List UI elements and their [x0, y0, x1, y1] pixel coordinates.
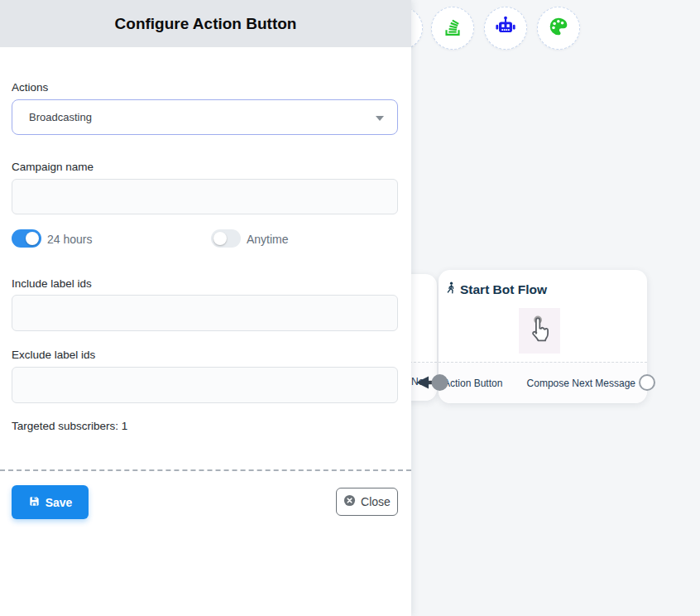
exclude-label-ids-label: Exclude label ids — [12, 349, 95, 361]
panel-header: Configure Action Button — [0, 0, 411, 47]
node-title: Start Bot Flow — [444, 281, 547, 299]
compose-next-message-label[interactable]: Compose Next Message — [527, 378, 635, 389]
floppy-icon — [28, 495, 41, 510]
palette-icon — [546, 14, 571, 42]
walking-person-icon — [444, 281, 458, 299]
configure-action-panel: Configure Action Button Actions Broadcas… — [0, 0, 411, 616]
edge-connector — [412, 371, 453, 394]
cursor-highlight — [519, 308, 560, 354]
toolbar-button-theme[interactable] — [537, 7, 580, 50]
edge-arrow-icon — [416, 377, 429, 389]
include-label-ids-input[interactable] — [12, 295, 398, 331]
toggle-anytime[interactable] — [211, 229, 241, 248]
close-circle-icon — [343, 494, 356, 509]
node-footer: Action Button Compose Next Message — [439, 362, 647, 403]
save-button[interactable]: Save — [12, 485, 89, 519]
node-title-label: Start Bot Flow — [460, 282, 547, 297]
connection-handle-filled — [432, 374, 448, 391]
actions-selected-value: Broadcasting — [29, 111, 92, 123]
click-cursor-icon — [524, 312, 555, 350]
actions-label: Actions — [12, 81, 48, 94]
actions-select[interactable]: Broadcasting — [12, 99, 398, 135]
chevron-down-icon — [376, 116, 384, 121]
exclude-label-ids-input[interactable] — [12, 367, 398, 403]
toggle-24-hours-label: 24 hours — [47, 233, 92, 246]
toggle-anytime-label: Anytime — [247, 233, 289, 246]
include-label-ids-label: Include label ids — [12, 277, 92, 290]
page-title: Configure Action Button — [115, 15, 297, 33]
save-button-label: Save — [46, 496, 73, 509]
connection-handle-open[interactable] — [639, 374, 655, 391]
footer-divider — [0, 469, 411, 471]
toggle-24-hours[interactable] — [12, 229, 41, 248]
toggle-knob — [26, 232, 39, 245]
close-button-label: Close — [361, 495, 391, 508]
targeted-subscribers-text: Targeted subscribers: 1 — [12, 420, 127, 432]
close-button[interactable]: Close — [336, 488, 398, 516]
stack-icon — [440, 14, 465, 42]
campaign-name-label: Campaign name — [12, 161, 93, 173]
campaign-name-input[interactable] — [12, 179, 398, 214]
robot-icon — [493, 14, 518, 42]
flow-node-card[interactable]: Start Bot Flow Action Button Compose Nex… — [439, 270, 647, 403]
toolbar-button-bot[interactable] — [484, 7, 527, 50]
toggle-knob — [213, 232, 227, 245]
toolbar-button-stack[interactable] — [431, 7, 474, 50]
